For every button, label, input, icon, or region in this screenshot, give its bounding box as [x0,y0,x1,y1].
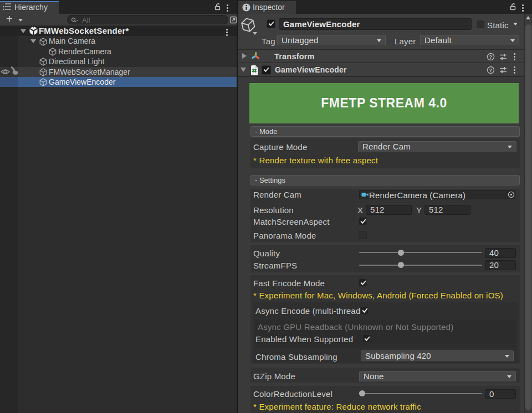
svg-text:?: ? [489,67,493,73]
svg-text:?: ? [489,54,493,60]
